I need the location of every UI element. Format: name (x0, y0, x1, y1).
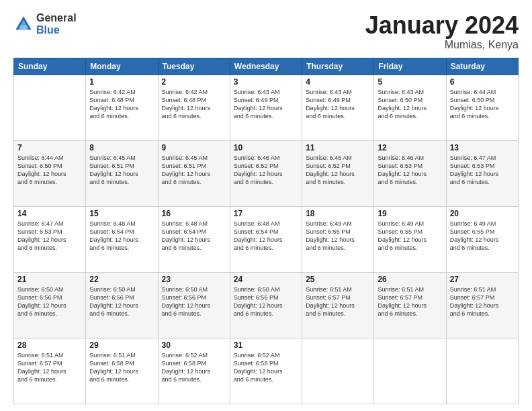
table-cell: 21Sunrise: 6:50 AM Sunset: 6:56 PM Dayli… (14, 272, 86, 338)
day-info: Sunrise: 6:42 AM Sunset: 6:48 PM Dayligh… (162, 88, 226, 121)
day-number: 1 (89, 77, 154, 87)
day-number: 12 (378, 143, 442, 152)
day-info: Sunrise: 6:49 AM Sunset: 6:55 PM Dayligh… (378, 220, 442, 253)
day-info: Sunrise: 6:47 AM Sunset: 6:53 PM Dayligh… (17, 220, 82, 253)
table-cell: 31Sunrise: 6:52 AM Sunset: 6:58 PM Dayli… (230, 338, 302, 404)
day-number: 14 (17, 209, 82, 218)
title-month: January 2024 (365, 12, 519, 39)
header-tuesday: Tuesday (158, 58, 230, 75)
header-saturday: Saturday (446, 58, 518, 75)
table-cell: 10Sunrise: 6:46 AM Sunset: 6:52 PM Dayli… (230, 140, 302, 206)
day-number: 16 (162, 209, 226, 218)
table-cell: 24Sunrise: 6:50 AM Sunset: 6:56 PM Dayli… (230, 272, 302, 338)
day-number: 28 (17, 340, 82, 350)
day-info: Sunrise: 6:51 AM Sunset: 6:57 PM Dayligh… (378, 285, 442, 318)
table-cell: 1Sunrise: 6:42 AM Sunset: 6:48 PM Daylig… (86, 75, 158, 140)
day-number: 31 (234, 340, 298, 350)
day-number: 19 (378, 209, 442, 218)
header-monday: Monday (86, 58, 158, 75)
day-number: 6 (450, 77, 515, 87)
table-cell: 5Sunrise: 6:43 AM Sunset: 6:50 PM Daylig… (374, 75, 446, 140)
table-cell: 9Sunrise: 6:45 AM Sunset: 6:51 PM Daylig… (158, 140, 230, 206)
table-cell: 7Sunrise: 6:44 AM Sunset: 6:50 PM Daylig… (14, 140, 86, 206)
day-info: Sunrise: 6:47 AM Sunset: 6:53 PM Dayligh… (450, 154, 515, 187)
table-cell: 8Sunrise: 6:45 AM Sunset: 6:51 PM Daylig… (86, 140, 158, 206)
day-info: Sunrise: 6:43 AM Sunset: 6:49 PM Dayligh… (234, 88, 298, 121)
logo-text: General Blue (36, 12, 77, 36)
table-cell: 20Sunrise: 6:49 AM Sunset: 6:55 PM Dayli… (446, 206, 518, 272)
day-info: Sunrise: 6:45 AM Sunset: 6:51 PM Dayligh… (89, 154, 154, 187)
day-number: 25 (306, 275, 370, 284)
day-info: Sunrise: 6:51 AM Sunset: 6:57 PM Dayligh… (306, 285, 370, 318)
day-number: 18 (306, 209, 370, 218)
week-row-4: 21Sunrise: 6:50 AM Sunset: 6:56 PM Dayli… (14, 272, 519, 338)
day-info: Sunrise: 6:50 AM Sunset: 6:56 PM Dayligh… (89, 285, 154, 318)
day-number: 3 (234, 77, 298, 87)
page: General Blue January 2024 Mumias, Kenya … (0, 0, 532, 411)
table-cell: 17Sunrise: 6:48 AM Sunset: 6:54 PM Dayli… (230, 206, 302, 272)
day-info: Sunrise: 6:43 AM Sunset: 6:49 PM Dayligh… (306, 88, 370, 121)
day-number: 24 (234, 275, 298, 284)
svg-rect-2 (20, 25, 27, 30)
day-number: 29 (89, 340, 154, 350)
day-info: Sunrise: 6:46 AM Sunset: 6:52 PM Dayligh… (306, 154, 370, 187)
day-info: Sunrise: 6:50 AM Sunset: 6:56 PM Dayligh… (162, 285, 226, 318)
day-info: Sunrise: 6:45 AM Sunset: 6:51 PM Dayligh… (162, 154, 226, 187)
table-cell: 2Sunrise: 6:42 AM Sunset: 6:48 PM Daylig… (158, 75, 230, 140)
day-number: 8 (89, 143, 154, 152)
day-number: 27 (450, 275, 515, 284)
table-cell: 6Sunrise: 6:44 AM Sunset: 6:50 PM Daylig… (446, 75, 518, 140)
day-number: 30 (162, 340, 226, 350)
weekday-header-row: Sunday Monday Tuesday Wednesday Thursday… (14, 58, 519, 75)
table-cell: 29Sunrise: 6:51 AM Sunset: 6:58 PM Dayli… (86, 338, 158, 404)
week-row-2: 7Sunrise: 6:44 AM Sunset: 6:50 PM Daylig… (14, 140, 519, 206)
table-cell: 27Sunrise: 6:51 AM Sunset: 6:57 PM Dayli… (446, 272, 518, 338)
title-location: Mumias, Kenya (365, 39, 519, 51)
day-number: 5 (378, 77, 442, 87)
day-info: Sunrise: 6:48 AM Sunset: 6:54 PM Dayligh… (234, 220, 298, 253)
header: General Blue January 2024 Mumias, Kenya (13, 12, 519, 51)
day-number: 11 (306, 143, 370, 152)
day-number: 23 (162, 275, 226, 284)
table-cell: 25Sunrise: 6:51 AM Sunset: 6:57 PM Dayli… (302, 272, 374, 338)
table-cell (14, 75, 86, 140)
header-wednesday: Wednesday (230, 58, 302, 75)
table-cell: 11Sunrise: 6:46 AM Sunset: 6:52 PM Dayli… (302, 140, 374, 206)
logo-icon (13, 14, 34, 34)
day-number: 7 (17, 143, 82, 152)
logo-general: General (36, 12, 77, 24)
day-number: 20 (450, 209, 515, 218)
header-friday: Friday (374, 58, 446, 75)
table-cell: 18Sunrise: 6:49 AM Sunset: 6:55 PM Dayli… (302, 206, 374, 272)
day-number: 21 (17, 275, 82, 284)
table-cell: 12Sunrise: 6:46 AM Sunset: 6:53 PM Dayli… (374, 140, 446, 206)
day-number: 2 (162, 77, 226, 87)
table-cell: 23Sunrise: 6:50 AM Sunset: 6:56 PM Dayli… (158, 272, 230, 338)
header-thursday: Thursday (302, 58, 374, 75)
day-info: Sunrise: 6:43 AM Sunset: 6:50 PM Dayligh… (378, 88, 442, 121)
day-info: Sunrise: 6:48 AM Sunset: 6:54 PM Dayligh… (162, 220, 226, 253)
table-cell: 19Sunrise: 6:49 AM Sunset: 6:55 PM Dayli… (374, 206, 446, 272)
day-number: 13 (450, 143, 515, 152)
title-block: January 2024 Mumias, Kenya (365, 12, 519, 51)
table-cell: 14Sunrise: 6:47 AM Sunset: 6:53 PM Dayli… (14, 206, 86, 272)
day-info: Sunrise: 6:42 AM Sunset: 6:48 PM Dayligh… (89, 88, 154, 121)
table-cell: 26Sunrise: 6:51 AM Sunset: 6:57 PM Dayli… (374, 272, 446, 338)
day-info: Sunrise: 6:50 AM Sunset: 6:56 PM Dayligh… (17, 285, 82, 318)
table-cell: 22Sunrise: 6:50 AM Sunset: 6:56 PM Dayli… (86, 272, 158, 338)
day-info: Sunrise: 6:49 AM Sunset: 6:55 PM Dayligh… (306, 220, 370, 253)
week-row-3: 14Sunrise: 6:47 AM Sunset: 6:53 PM Dayli… (14, 206, 519, 272)
day-number: 17 (234, 209, 298, 218)
logo: General Blue (13, 12, 77, 36)
table-cell: 28Sunrise: 6:51 AM Sunset: 6:57 PM Dayli… (14, 338, 86, 404)
table-cell (302, 338, 374, 404)
table-cell: 4Sunrise: 6:43 AM Sunset: 6:49 PM Daylig… (302, 75, 374, 140)
day-info: Sunrise: 6:48 AM Sunset: 6:54 PM Dayligh… (89, 220, 154, 253)
table-cell: 3Sunrise: 6:43 AM Sunset: 6:49 PM Daylig… (230, 75, 302, 140)
day-number: 4 (306, 77, 370, 87)
day-info: Sunrise: 6:44 AM Sunset: 6:50 PM Dayligh… (450, 88, 515, 121)
day-info: Sunrise: 6:46 AM Sunset: 6:52 PM Dayligh… (234, 154, 298, 187)
day-info: Sunrise: 6:51 AM Sunset: 6:58 PM Dayligh… (89, 351, 154, 384)
day-number: 15 (89, 209, 154, 218)
day-info: Sunrise: 6:51 AM Sunset: 6:57 PM Dayligh… (17, 351, 82, 384)
